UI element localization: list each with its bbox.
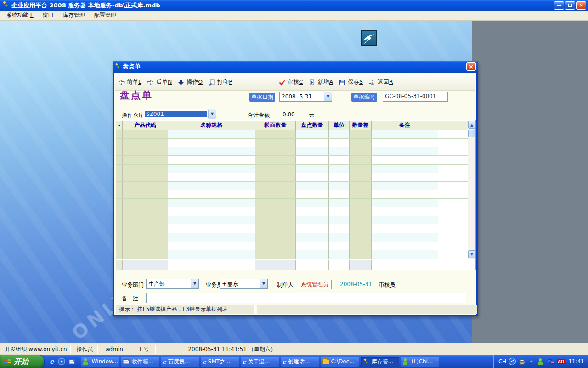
grid-cell-count[interactable] — [296, 199, 329, 207]
taskbar-task-create[interactable]: e创建话... — [281, 356, 319, 367]
grid-cell-name[interactable] — [168, 173, 255, 181]
dept-combobox[interactable]: 生产部▼ — [146, 279, 199, 289]
grid-cell-diff[interactable] — [350, 165, 372, 173]
scrollbar-thumb[interactable] — [468, 130, 475, 137]
grid-cell-note[interactable] — [372, 216, 438, 224]
grid-cell-count[interactable] — [296, 224, 329, 233]
grid-cell-unit[interactable] — [329, 130, 350, 138]
column-header-count-qty[interactable]: 盘点数量 — [296, 121, 329, 130]
grid-cell-unit[interactable] — [329, 156, 350, 164]
grid-cell-diff[interactable] — [350, 130, 372, 138]
grid-cell-dash[interactable] — [116, 250, 123, 259]
grid-cell-count[interactable] — [296, 156, 329, 164]
taskbar-task-windows[interactable]: Window... — [81, 356, 119, 367]
media-player-icon[interactable] — [58, 358, 65, 365]
grid-cell-dash[interactable] — [116, 216, 123, 224]
grid-cell-note[interactable] — [372, 199, 438, 207]
grid-cell-name[interactable] — [168, 216, 255, 224]
grid-cell-diff[interactable] — [350, 156, 372, 164]
grid-cell-dash[interactable] — [116, 224, 123, 233]
table-row[interactable] — [116, 139, 469, 148]
network-tray-icon[interactable] — [547, 358, 554, 365]
grid-cell-unit[interactable] — [329, 250, 350, 259]
grid-cell-unit[interactable] — [329, 173, 350, 181]
scroll-up-button[interactable]: ▲ — [468, 121, 475, 129]
grid-cell-name[interactable] — [168, 147, 255, 155]
grid-cell-note[interactable] — [372, 173, 438, 181]
scroll-down-button[interactable]: ▼ — [468, 250, 475, 258]
menu-item-system[interactable]: 系统功能 F — [3, 11, 37, 20]
grid-cell-dash[interactable] — [116, 199, 123, 207]
chevron-down-icon[interactable]: ▼ — [208, 109, 216, 119]
table-row[interactable] — [116, 156, 469, 165]
grid-cell-dash[interactable] — [116, 156, 123, 164]
grid-cell-diff[interactable] — [350, 173, 372, 181]
grid-cell-code[interactable] — [123, 250, 168, 259]
menu-item-inventory[interactable]: 库存管理 — [59, 11, 89, 20]
save-button[interactable]: 保存S — [336, 76, 366, 88]
grid-cell-count[interactable] — [296, 130, 329, 138]
taskbar-clock[interactable]: 11:41 — [567, 358, 584, 365]
dialog-titlebar[interactable]: 盘点单 × — [113, 61, 478, 73]
grid-scrollbar[interactable]: ▲ ▼ — [468, 121, 475, 259]
table-row[interactable] — [116, 147, 469, 156]
add-new-button[interactable]: 新增A — [305, 76, 336, 88]
grid-cell-code[interactable] — [123, 182, 168, 190]
ati-tray-icon[interactable]: ATI — [557, 359, 565, 364]
utility-tray-icon[interactable] — [528, 358, 535, 365]
grid-cell-name[interactable] — [168, 156, 255, 164]
minimize-button[interactable]: — — [554, 1, 564, 10]
grid-cell-diff[interactable] — [350, 250, 372, 259]
grid-cell-diff[interactable] — [350, 224, 372, 233]
grid-cell-name[interactable] — [168, 224, 255, 233]
grid-cell-count[interactable] — [296, 233, 329, 242]
grid-cell-count[interactable] — [296, 147, 329, 155]
table-row[interactable] — [116, 216, 469, 225]
audit-button[interactable]: 审核C — [276, 76, 306, 88]
grid-cell-count[interactable] — [296, 139, 329, 147]
grid-cell-unit[interactable] — [329, 242, 350, 250]
grid-cell-diff[interactable] — [350, 207, 372, 216]
restore-button[interactable] — [565, 1, 575, 10]
grid-cell-count[interactable] — [296, 190, 329, 199]
messenger-tray-icon[interactable] — [537, 358, 545, 365]
window-titlebar[interactable]: 企业应用平台 2008 服务器 本地服务-db\正式库.mdb — × — [0, 0, 588, 11]
table-row[interactable] — [116, 130, 469, 139]
grid-cell-note[interactable] — [372, 139, 438, 147]
grid-cell-code[interactable] — [123, 130, 168, 138]
grid-cell-diff[interactable] — [350, 182, 372, 190]
grid-cell-dash[interactable] — [116, 147, 123, 155]
grid-cell-diff[interactable] — [350, 233, 372, 242]
taskbar-task-inventory-app[interactable]: 库存管... — [361, 356, 399, 367]
grid-cell-count[interactable] — [296, 182, 329, 190]
table-row[interactable] — [116, 242, 469, 251]
table-row[interactable] — [116, 207, 469, 216]
grid-cell-dash[interactable] — [116, 207, 123, 216]
grid-cell-dash[interactable] — [116, 182, 123, 190]
grid-cell-diff[interactable] — [350, 147, 372, 155]
grid-cell-name[interactable] — [168, 130, 255, 138]
action-button[interactable]: 操作O — [175, 76, 205, 88]
grid-cell-note[interactable] — [372, 165, 438, 173]
grid-cell-code[interactable] — [123, 139, 168, 147]
grid-cell-code[interactable] — [123, 173, 168, 181]
close-button[interactable]: × — [576, 1, 586, 10]
printer-tray-icon[interactable] — [518, 358, 526, 365]
grid-cell-book[interactable] — [255, 250, 296, 259]
grid-cell-book[interactable] — [255, 139, 296, 147]
grid-cell-book[interactable] — [255, 182, 296, 190]
grid-cell-unit[interactable] — [329, 139, 350, 147]
doc-no-input[interactable]: GC-08-05-31-0001 — [383, 92, 448, 102]
grid-cell-unit[interactable] — [329, 233, 350, 242]
grid-cell-note[interactable] — [372, 224, 438, 233]
taskbar-task-inbox[interactable]: 收件箱... — [121, 356, 159, 367]
grid-cell-book[interactable] — [255, 130, 296, 138]
grid-cell-unit[interactable] — [329, 199, 350, 207]
grid-cell-book[interactable] — [255, 173, 296, 181]
grid-cell-code[interactable] — [123, 233, 168, 242]
return-button[interactable]: 返回R — [366, 76, 396, 88]
grid-cell-unit[interactable] — [329, 224, 350, 233]
table-row[interactable] — [116, 250, 469, 259]
grid-cell-note[interactable] — [372, 250, 438, 259]
column-header-dash[interactable]: - — [116, 121, 123, 130]
